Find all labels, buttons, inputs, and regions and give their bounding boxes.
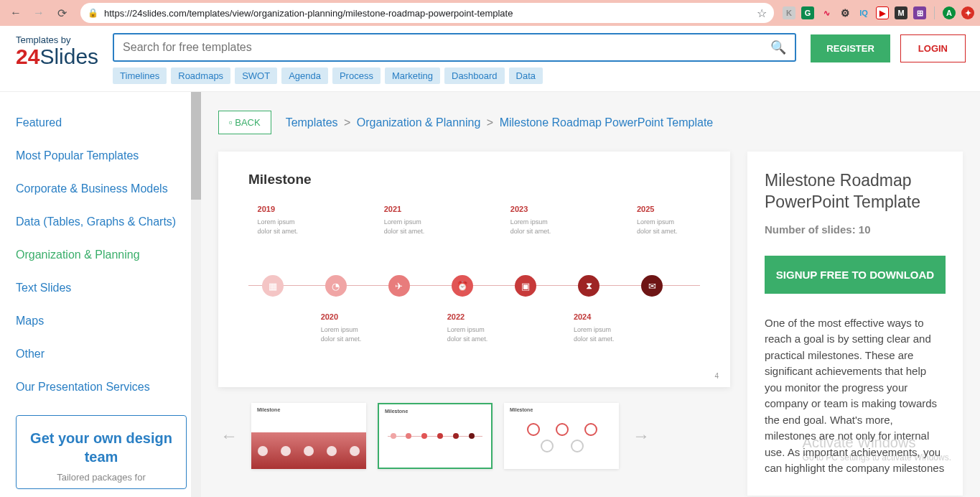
timeline-node-icon: ⏰ <box>452 275 473 297</box>
search-input[interactable] <box>123 41 770 54</box>
sidebar-item-corporate[interactable]: Corporate & Business Models <box>16 172 201 205</box>
logo-brand: 24Slides <box>16 46 98 68</box>
crumb-templates[interactable]: Templates <box>286 116 338 129</box>
tag-roadmaps[interactable]: Roadmaps <box>171 68 230 84</box>
thumbnail[interactable]: Milestone <box>504 403 619 469</box>
register-button[interactable]: REGISTER <box>811 34 890 62</box>
carousel-next-icon[interactable]: → <box>630 426 652 446</box>
timeline-item: 2025Lorem ipsum dolor sit amet. <box>637 205 687 236</box>
tag-marketing[interactable]: Marketing <box>385 68 440 84</box>
slide-page-number: 4 <box>714 372 719 380</box>
timeline-item: 2023Lorem ipsum dolor sit amet. <box>510 205 561 236</box>
ext-icon[interactable]: ⊞ <box>913 6 926 19</box>
timeline-node-icon: ▦ <box>262 275 284 297</box>
settings-ext-icon[interactable]: ⚙ <box>839 6 851 19</box>
timeline: 2019Lorem ipsum dolor sit amet. 2021Lore… <box>248 205 700 370</box>
crumb-category[interactable]: Organization & Planning <box>357 116 481 129</box>
forward-nav-icon[interactable]: → <box>29 3 49 23</box>
search-area: 🔍 Timelines Roadmaps SWOT Agenda Process… <box>113 33 796 84</box>
thumb-title: Milestone <box>510 407 533 412</box>
template-title: Milestone Roadmap PowerPoint Template <box>765 170 946 213</box>
login-button[interactable]: LOGIN <box>900 34 966 62</box>
content-row: Milestone 2019Lorem ipsum dolor sit amet… <box>218 152 963 496</box>
template-description: One of the most effective ways to reach … <box>765 315 946 477</box>
sidebar-item-featured[interactable]: Featured <box>16 106 201 139</box>
tag-dashboard[interactable]: Dashboard <box>444 68 505 84</box>
reload-icon[interactable]: ⟳ <box>52 3 72 23</box>
auth-buttons: REGISTER LOGIN <box>811 33 966 62</box>
ext-icon[interactable]: IQ <box>857 6 870 19</box>
search-icon[interactable]: 🔍 <box>770 40 786 55</box>
site-logo[interactable]: Templates by 24Slides <box>16 33 98 68</box>
timeline-item: 2019Lorem ipsum dolor sit amet. <box>258 205 308 236</box>
promo-subtitle: Tailored packages for <box>27 472 176 483</box>
tag-agenda[interactable]: Agenda <box>281 68 328 84</box>
page-body: Featured Most Popular Templates Corporat… <box>0 92 980 497</box>
extension-icons: K G ∿ ⚙ IQ ▶ M ⊞ A ✦ <box>783 6 974 19</box>
slide-title: Milestone <box>248 172 700 187</box>
page-content: Templates by 24Slides 🔍 Timelines Roadma… <box>0 26 980 497</box>
tag-timelines[interactable]: Timelines <box>113 68 167 84</box>
browser-toolbar: ← → ⟳ 🔒 https://24slides.com/templates/v… <box>0 0 980 26</box>
sidebar-item-maps[interactable]: Maps <box>16 305 201 338</box>
timeline-node-icon: ◔ <box>325 275 347 297</box>
tag-swot[interactable]: SWOT <box>235 68 277 84</box>
timeline-item: 2020Lorem ipsum dolor sit amet. <box>321 312 371 343</box>
back-button[interactable]: ▫ BACK <box>218 111 271 134</box>
download-button[interactable]: SIGNUP FREE TO DOWNLOAD <box>765 256 946 294</box>
crumb-current: Milestone Roadmap PowerPoint Template <box>500 116 714 129</box>
timeline-node-icon: ⧗ <box>578 275 599 297</box>
sidebar-item-data[interactable]: Data (Tables, Graphs & Charts) <box>16 205 201 238</box>
info-panel: Milestone Roadmap PowerPoint Template Nu… <box>747 152 963 496</box>
thumbnail[interactable]: Milestone <box>251 403 366 469</box>
preview-column: Milestone 2019Lorem ipsum dolor sit amet… <box>218 152 730 496</box>
sidebar-item-organization[interactable]: Organization & Planning <box>16 238 201 271</box>
promo-box[interactable]: Get your own design team Tailored packag… <box>16 415 187 489</box>
sidebar-item-popular[interactable]: Most Popular Templates <box>16 139 201 172</box>
bookmark-star-icon[interactable]: ☆ <box>757 6 767 20</box>
profile-avatar-icon[interactable]: A <box>943 6 956 19</box>
timeline-node-icon: ✈ <box>388 275 410 297</box>
ext-icon[interactable]: ∿ <box>820 6 833 19</box>
timeline-item: 2022Lorem ipsum dolor sit amet. <box>447 312 498 343</box>
category-sidebar: Featured Most Popular Templates Corporat… <box>0 92 201 497</box>
tag-process[interactable]: Process <box>332 68 381 84</box>
back-nav-icon[interactable]: ← <box>6 3 26 23</box>
ext-icon[interactable]: ▶ <box>876 6 889 19</box>
main-content: ▫ BACK Templates > Organization & Planni… <box>201 92 980 497</box>
sidebar-item-services[interactable]: Our Presentation Services <box>16 371 201 404</box>
slide-preview[interactable]: Milestone 2019Lorem ipsum dolor sit amet… <box>218 152 730 387</box>
thumbnail-active[interactable]: Milestone <box>378 403 493 469</box>
crumb-sep: > <box>344 116 350 129</box>
carousel-prev-icon[interactable]: ← <box>218 426 240 446</box>
sidebar-item-text[interactable]: Text Slides <box>16 271 201 305</box>
thumb-title: Milestone <box>385 409 408 414</box>
crumb-sep: > <box>487 116 493 129</box>
search-box: 🔍 <box>113 33 796 62</box>
promo-title: Get your own design team <box>27 429 176 466</box>
slide-count: Number of slides: 10 <box>765 223 946 236</box>
timeline-node-icon: ▣ <box>515 275 536 297</box>
url-bar[interactable]: 🔒 https://24slides.com/templates/view/or… <box>80 3 774 23</box>
timeline-item: 2024Lorem ipsum dolor sit amet. <box>574 312 624 343</box>
lock-icon: 🔒 <box>88 8 98 18</box>
site-header: Templates by 24Slides 🔍 Timelines Roadma… <box>0 26 980 92</box>
timeline-line <box>248 285 700 286</box>
url-text: https://24slides.com/templates/view/orga… <box>104 8 751 19</box>
ext-icon[interactable]: K <box>783 6 795 19</box>
sidebar-scrollbar-thumb[interactable] <box>191 92 201 200</box>
tag-data[interactable]: Data <box>509 68 543 84</box>
separator <box>934 6 935 19</box>
timeline-item: 2021Lorem ipsum dolor sit amet. <box>384 205 434 236</box>
sidebar-item-other[interactable]: Other <box>16 338 201 371</box>
tag-row: Timelines Roadmaps SWOT Agenda Process M… <box>113 68 796 84</box>
sidebar-scrollbar-track[interactable] <box>191 92 201 497</box>
main-header: ▫ BACK Templates > Organization & Planni… <box>218 111 963 134</box>
ext-icon[interactable]: ✦ <box>961 6 974 19</box>
breadcrumb: Templates > Organization & Planning > Mi… <box>286 116 714 129</box>
thumb-title: Milestone <box>257 407 280 412</box>
thumbnail-carousel: ← Milestone Milestone <box>218 403 730 469</box>
ext-icon[interactable]: M <box>895 6 907 19</box>
timeline-node-icon: ✉ <box>641 275 663 297</box>
grammarly-icon[interactable]: G <box>801 6 814 19</box>
